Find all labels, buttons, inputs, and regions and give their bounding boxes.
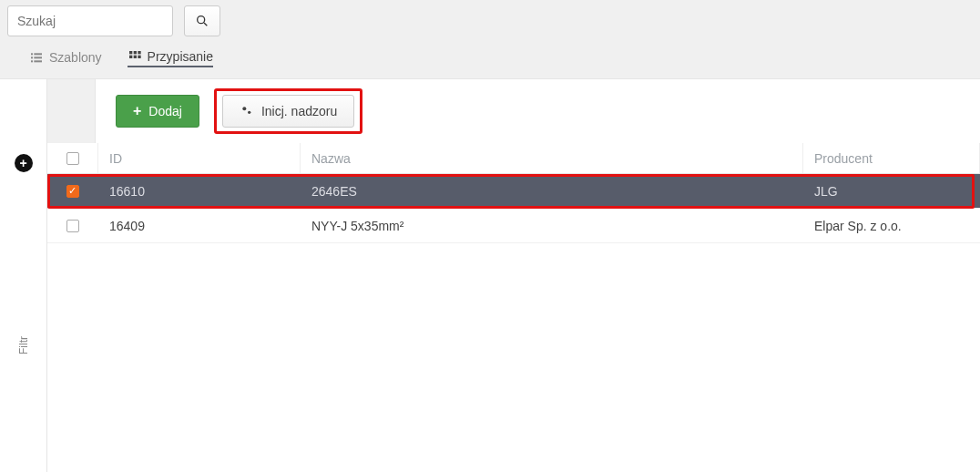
add-button[interactable]: + Dodaj bbox=[116, 95, 199, 128]
tab-assignment[interactable]: Przypisanie bbox=[128, 49, 213, 67]
search-icon bbox=[195, 14, 209, 28]
table-row[interactable]: 16409 NYY-J 5x35mm² Elpar Sp. z o.o. bbox=[47, 209, 980, 243]
row-checkbox[interactable] bbox=[66, 220, 79, 232]
table-header: ID Nazwa Producent bbox=[47, 143, 980, 174]
svg-rect-12 bbox=[133, 56, 136, 58]
filter-label[interactable]: Filtr bbox=[17, 336, 30, 354]
sidebar-add-icon[interactable]: + bbox=[15, 154, 33, 172]
row-producer: JLG bbox=[803, 174, 980, 208]
plus-icon: + bbox=[133, 103, 141, 119]
add-button-label: Dodaj bbox=[148, 104, 182, 118]
svg-rect-2 bbox=[31, 53, 33, 55]
svg-line-1 bbox=[204, 23, 207, 26]
svg-point-0 bbox=[198, 16, 205, 24]
svg-point-15 bbox=[248, 111, 250, 114]
header-id[interactable]: ID bbox=[98, 143, 301, 173]
row-name: 2646ES bbox=[301, 174, 803, 208]
row-checkbox[interactable] bbox=[66, 185, 79, 198]
list-icon bbox=[29, 50, 44, 65]
tabs-bar: Szablony Przypisanie bbox=[0, 42, 980, 79]
svg-rect-10 bbox=[138, 51, 140, 54]
gears-icon bbox=[240, 104, 254, 118]
tab-assignment-label: Przypisanie bbox=[148, 49, 213, 64]
grid-icon bbox=[128, 49, 142, 64]
row-producer: Elpar Sp. z o.o. bbox=[803, 209, 980, 242]
tab-templates[interactable]: Szablony bbox=[29, 49, 102, 67]
svg-rect-6 bbox=[31, 60, 33, 62]
tab-templates-label: Szablony bbox=[49, 50, 102, 65]
row-id: 16409 bbox=[98, 209, 301, 242]
init-button-label: Inicj. nadzoru bbox=[261, 104, 337, 118]
header-checkbox-cell[interactable] bbox=[47, 143, 98, 173]
svg-rect-11 bbox=[129, 56, 132, 58]
svg-rect-3 bbox=[34, 53, 42, 55]
toolbar: + Dodaj Inicj. nadzoru bbox=[95, 79, 980, 143]
select-all-checkbox[interactable] bbox=[66, 152, 79, 165]
header-producer[interactable]: Producent bbox=[803, 143, 980, 173]
row-name: NYY-J 5x35mm² bbox=[301, 209, 803, 242]
data-table: ID Nazwa Producent 16610 2646ES JLG 1640… bbox=[47, 143, 980, 472]
svg-rect-9 bbox=[133, 51, 136, 54]
init-supervision-button[interactable]: Inicj. nadzoru bbox=[222, 95, 354, 128]
row-id: 16610 bbox=[98, 174, 301, 208]
header-name[interactable]: Nazwa bbox=[301, 143, 803, 173]
svg-rect-4 bbox=[31, 56, 33, 58]
svg-point-14 bbox=[242, 107, 246, 110]
svg-rect-8 bbox=[129, 51, 132, 54]
table-row[interactable]: 16610 2646ES JLG bbox=[47, 174, 980, 209]
top-bar bbox=[0, 0, 980, 42]
search-input[interactable] bbox=[7, 5, 173, 36]
svg-rect-7 bbox=[34, 60, 42, 62]
svg-rect-13 bbox=[138, 56, 140, 58]
search-button[interactable] bbox=[184, 5, 220, 36]
svg-rect-5 bbox=[34, 56, 42, 58]
init-highlight: Inicj. nadzoru bbox=[214, 88, 362, 134]
sidebar: + Filtr bbox=[0, 143, 47, 472]
